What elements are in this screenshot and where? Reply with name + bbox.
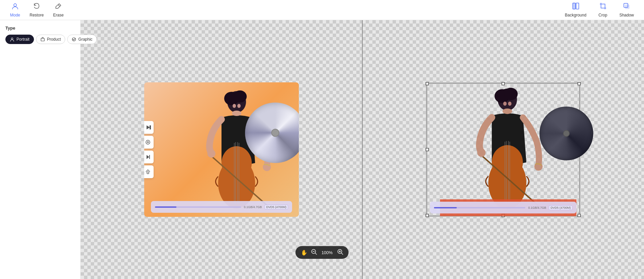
crop-handle-tm[interactable] (501, 82, 505, 85)
media-size-text-right: 0.1GB/4.7GB (528, 206, 546, 209)
vertical-divider[interactable] (362, 20, 363, 279)
graphic-icon (72, 37, 76, 42)
crop-handle-ml[interactable] (426, 148, 429, 151)
svg-point-44 (503, 102, 507, 106)
shadow-icon (623, 2, 630, 11)
svg-point-37 (492, 145, 523, 180)
graphic-label: Graphic (78, 37, 92, 42)
svg-marker-11 (150, 125, 151, 129)
zoom-in-icon[interactable] (337, 249, 343, 256)
side-menu-item-3[interactable] (144, 151, 154, 163)
media-player-left[interactable]: 0.1GB/4.7GB DVD5 (4700M) (151, 201, 292, 213)
crop-handle-br[interactable] (577, 214, 581, 217)
left-image-container: 0.1GB/4.7GB DVD5 (4700M) (144, 82, 299, 217)
shadow-label: Shadow (619, 13, 634, 17)
erase-label: Erase (53, 13, 64, 17)
hand-icon[interactable]: ✋ (301, 249, 308, 256)
crop-label: Crop (599, 13, 607, 17)
zoom-bar: ✋ 100% (295, 246, 349, 259)
restore-button[interactable]: Restore (25, 0, 48, 19)
progress-bar-fill-right (434, 207, 457, 208)
svg-rect-2 (573, 3, 575, 9)
side-menu-item-4[interactable] (144, 165, 154, 178)
portrait-icon (10, 37, 14, 42)
svg-line-1 (58, 5, 60, 6)
left-canvas: 0.1GB/4.7GB DVD5 (4700M) (81, 20, 362, 279)
mode-button[interactable]: Mode (5, 0, 25, 19)
toolbar-right-actions: Background Crop Shadow (560, 0, 639, 19)
svg-rect-4 (576, 3, 579, 9)
type-product-button[interactable]: Product (36, 35, 65, 44)
svg-point-12 (146, 140, 150, 144)
svg-line-53 (341, 253, 343, 254)
product-icon (40, 37, 45, 42)
product-label: Product (47, 37, 61, 42)
side-menu-item-2[interactable] (144, 136, 154, 149)
svg-point-19 (233, 90, 247, 103)
type-heading: Type (5, 26, 75, 31)
svg-rect-15 (149, 155, 150, 159)
zoom-out-icon[interactable] (311, 249, 317, 256)
erase-icon (55, 2, 62, 11)
background-label: Background (565, 13, 587, 17)
progress-bar-bg-right (434, 207, 525, 208)
type-graphic-button[interactable]: Graphic (67, 35, 97, 44)
toolbar: Mode Restore Erase (0, 0, 644, 20)
crop-handle-tl[interactable] (426, 82, 429, 85)
portrait-label: Portrait (16, 37, 30, 42)
svg-point-34 (504, 88, 518, 100)
media-format-right[interactable]: DVD5 (4700M) (549, 205, 572, 210)
svg-point-27 (207, 150, 215, 158)
mode-label: Mode (10, 13, 20, 17)
side-menu (144, 121, 154, 178)
svg-point-30 (237, 104, 241, 108)
cellist-figure-right (453, 86, 551, 211)
right-canvas: 0.1GB/4.7GB DVD5 (4700M) (362, 20, 644, 279)
restore-icon (33, 2, 40, 11)
type-buttons-group: Portrait Product Graphic (5, 35, 75, 44)
progress-bar-fill-left (155, 206, 176, 208)
svg-rect-8 (41, 38, 44, 41)
svg-marker-10 (147, 125, 150, 129)
progress-bar-bg-left (155, 206, 241, 208)
svg-point-0 (14, 4, 16, 6)
crop-handle-bl[interactable] (426, 214, 429, 217)
type-portrait-button[interactable]: Portrait (5, 35, 34, 44)
media-size-text-left: 0.1GB/4.7GB (244, 205, 262, 209)
svg-point-29 (233, 104, 236, 108)
mode-icon (11, 2, 19, 11)
svg-point-42 (477, 149, 486, 157)
media-format-left[interactable]: DVD5 (4700M) (265, 205, 288, 209)
crop-icon (599, 2, 607, 11)
svg-point-45 (508, 102, 511, 106)
svg-point-31 (232, 111, 241, 116)
erase-button[interactable]: Erase (48, 0, 68, 19)
crop-handle-tr[interactable] (577, 82, 581, 85)
side-panel: Type Portrait Product Graphic (0, 20, 81, 279)
svg-line-49 (315, 253, 317, 254)
crop-button[interactable]: Crop (594, 0, 612, 19)
restore-label: Restore (30, 13, 44, 17)
main-area: 0.1GB/4.7GB DVD5 (4700M) (81, 20, 644, 279)
svg-point-16 (147, 172, 149, 174)
cd-disc-right (539, 107, 593, 160)
svg-point-22 (222, 146, 252, 180)
right-image-container: 0.1GB/4.7GB DVD5 (4700M) (426, 82, 580, 217)
svg-marker-14 (147, 155, 149, 159)
svg-point-7 (11, 38, 13, 40)
zoom-value: 100% (320, 250, 334, 255)
side-menu-item-1[interactable] (144, 121, 154, 134)
svg-point-46 (502, 109, 512, 114)
shadow-button[interactable]: Shadow (615, 0, 639, 19)
background-icon (572, 2, 579, 11)
svg-rect-6 (625, 5, 629, 9)
svg-point-13 (147, 142, 149, 143)
media-player-right[interactable]: 0.1GB/4.7GB DVD5 (4700M) (430, 202, 576, 213)
background-button[interactable]: Background (560, 0, 591, 19)
